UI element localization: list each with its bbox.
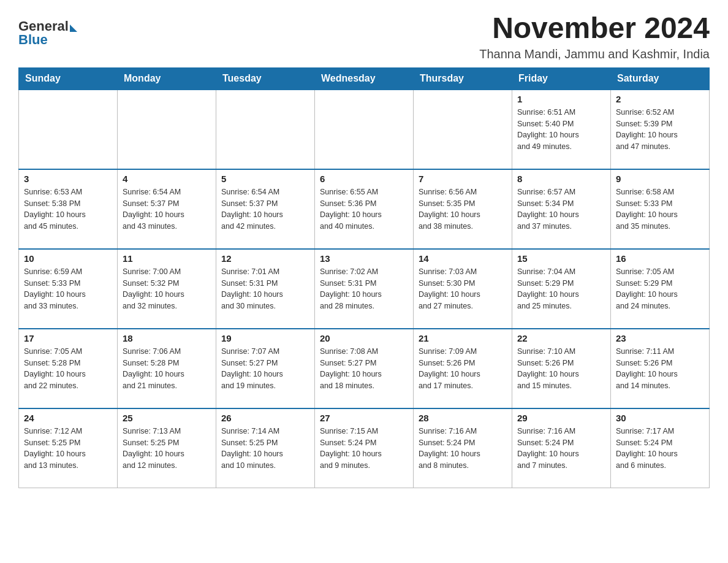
calendar-cell: 29Sunrise: 7:16 AM Sunset: 5:24 PM Dayli… <box>512 408 611 488</box>
calendar-cell: 20Sunrise: 7:08 AM Sunset: 5:27 PM Dayli… <box>315 329 414 408</box>
calendar-cell: 16Sunrise: 7:05 AM Sunset: 5:29 PM Dayli… <box>611 249 710 329</box>
calendar-cell: 3Sunrise: 6:53 AM Sunset: 5:38 PM Daylig… <box>19 169 118 249</box>
calendar-cell: 30Sunrise: 7:17 AM Sunset: 5:24 PM Dayli… <box>611 408 710 488</box>
calendar-cell: 21Sunrise: 7:09 AM Sunset: 5:26 PM Dayli… <box>414 329 512 408</box>
calendar-cell: 7Sunrise: 6:56 AM Sunset: 5:35 PM Daylig… <box>414 169 512 249</box>
logo-arrow-icon <box>70 25 77 32</box>
day-info: Sunrise: 6:52 AM Sunset: 5:39 PM Dayligh… <box>616 107 704 153</box>
calendar-cell <box>118 90 216 169</box>
calendar-cell: 28Sunrise: 7:16 AM Sunset: 5:24 PM Dayli… <box>414 408 512 488</box>
day-info: Sunrise: 7:09 AM Sunset: 5:26 PM Dayligh… <box>419 346 507 392</box>
calendar-cell <box>19 90 118 169</box>
day-number: 22 <box>517 333 605 343</box>
day-number: 12 <box>221 253 309 264</box>
day-number: 21 <box>419 333 507 343</box>
day-number: 8 <box>517 174 605 184</box>
day-number: 19 <box>221 333 309 343</box>
calendar-cell: 23Sunrise: 7:11 AM Sunset: 5:26 PM Dayli… <box>611 329 710 408</box>
day-number: 5 <box>221 174 309 184</box>
calendar-cell: 13Sunrise: 7:02 AM Sunset: 5:31 PM Dayli… <box>315 249 414 329</box>
day-number: 9 <box>616 174 704 184</box>
calendar-cell: 8Sunrise: 6:57 AM Sunset: 5:34 PM Daylig… <box>512 169 611 249</box>
day-number: 14 <box>419 253 507 264</box>
weekday-header-tuesday: Tuesday <box>216 67 315 90</box>
day-info: Sunrise: 7:05 AM Sunset: 5:29 PM Dayligh… <box>616 266 704 312</box>
day-info: Sunrise: 6:54 AM Sunset: 5:37 PM Dayligh… <box>123 186 211 232</box>
day-info: Sunrise: 7:06 AM Sunset: 5:28 PM Dayligh… <box>123 346 211 392</box>
day-info: Sunrise: 6:51 AM Sunset: 5:40 PM Dayligh… <box>517 107 605 153</box>
day-info: Sunrise: 7:02 AM Sunset: 5:31 PM Dayligh… <box>320 266 408 312</box>
day-number: 24 <box>24 413 112 423</box>
day-number: 13 <box>320 253 408 264</box>
day-number: 20 <box>320 333 408 343</box>
logo-blue-text: Blue <box>18 32 77 48</box>
day-info: Sunrise: 7:16 AM Sunset: 5:24 PM Dayligh… <box>517 426 605 472</box>
day-number: 16 <box>616 253 704 264</box>
weekday-header-sunday: Sunday <box>19 67 118 90</box>
day-info: Sunrise: 7:16 AM Sunset: 5:24 PM Dayligh… <box>419 426 507 472</box>
day-number: 6 <box>320 174 408 184</box>
day-info: Sunrise: 7:04 AM Sunset: 5:29 PM Dayligh… <box>517 266 605 312</box>
calendar-cell: 27Sunrise: 7:15 AM Sunset: 5:24 PM Dayli… <box>315 408 414 488</box>
day-number: 4 <box>123 174 211 184</box>
header: General Blue November 2024 Thanna Mandi,… <box>18 12 710 61</box>
day-info: Sunrise: 7:00 AM Sunset: 5:32 PM Dayligh… <box>123 266 211 312</box>
calendar-cell: 15Sunrise: 7:04 AM Sunset: 5:29 PM Dayli… <box>512 249 611 329</box>
day-info: Sunrise: 7:13 AM Sunset: 5:25 PM Dayligh… <box>123 426 211 472</box>
weekday-header-monday: Monday <box>118 67 216 90</box>
day-info: Sunrise: 7:03 AM Sunset: 5:30 PM Dayligh… <box>419 266 507 312</box>
day-info: Sunrise: 6:56 AM Sunset: 5:35 PM Dayligh… <box>419 186 507 232</box>
day-info: Sunrise: 6:55 AM Sunset: 5:36 PM Dayligh… <box>320 186 408 232</box>
weekday-header-saturday: Saturday <box>611 67 710 90</box>
week-row-2: 3Sunrise: 6:53 AM Sunset: 5:38 PM Daylig… <box>19 169 710 249</box>
day-number: 7 <box>419 174 507 184</box>
day-info: Sunrise: 7:05 AM Sunset: 5:28 PM Dayligh… <box>24 346 112 392</box>
day-info: Sunrise: 6:57 AM Sunset: 5:34 PM Dayligh… <box>517 186 605 232</box>
day-info: Sunrise: 7:10 AM Sunset: 5:26 PM Dayligh… <box>517 346 605 392</box>
calendar-cell: 17Sunrise: 7:05 AM Sunset: 5:28 PM Dayli… <box>19 329 118 408</box>
calendar-cell: 6Sunrise: 6:55 AM Sunset: 5:36 PM Daylig… <box>315 169 414 249</box>
logo: General Blue <box>18 18 77 48</box>
calendar-cell: 18Sunrise: 7:06 AM Sunset: 5:28 PM Dayli… <box>118 329 216 408</box>
calendar-cell: 12Sunrise: 7:01 AM Sunset: 5:31 PM Dayli… <box>216 249 315 329</box>
calendar-title: November 2024 <box>479 12 710 45</box>
weekday-header-wednesday: Wednesday <box>315 67 414 90</box>
week-row-3: 10Sunrise: 6:59 AM Sunset: 5:33 PM Dayli… <box>19 249 710 329</box>
day-number: 30 <box>616 413 704 423</box>
day-number: 29 <box>517 413 605 423</box>
calendar-cell <box>414 90 512 169</box>
day-number: 10 <box>24 253 112 264</box>
weekday-header-thursday: Thursday <box>414 67 512 90</box>
day-info: Sunrise: 7:11 AM Sunset: 5:26 PM Dayligh… <box>616 346 704 392</box>
calendar-cell <box>315 90 414 169</box>
day-info: Sunrise: 7:15 AM Sunset: 5:24 PM Dayligh… <box>320 426 408 472</box>
day-number: 11 <box>123 253 211 264</box>
day-number: 23 <box>616 333 704 343</box>
day-info: Sunrise: 6:53 AM Sunset: 5:38 PM Dayligh… <box>24 186 112 232</box>
week-row-1: 1Sunrise: 6:51 AM Sunset: 5:40 PM Daylig… <box>19 90 710 169</box>
day-info: Sunrise: 7:17 AM Sunset: 5:24 PM Dayligh… <box>616 426 704 472</box>
calendar-cell: 10Sunrise: 6:59 AM Sunset: 5:33 PM Dayli… <box>19 249 118 329</box>
day-info: Sunrise: 6:59 AM Sunset: 5:33 PM Dayligh… <box>24 266 112 312</box>
day-number: 26 <box>221 413 309 423</box>
calendar-cell: 11Sunrise: 7:00 AM Sunset: 5:32 PM Dayli… <box>118 249 216 329</box>
weekday-header-friday: Friday <box>512 67 611 90</box>
calendar-cell <box>216 90 315 169</box>
calendar-table: SundayMondayTuesdayWednesdayThursdayFrid… <box>18 67 710 489</box>
day-info: Sunrise: 6:58 AM Sunset: 5:33 PM Dayligh… <box>616 186 704 232</box>
calendar-cell: 14Sunrise: 7:03 AM Sunset: 5:30 PM Dayli… <box>414 249 512 329</box>
week-row-5: 24Sunrise: 7:12 AM Sunset: 5:25 PM Dayli… <box>19 408 710 488</box>
day-info: Sunrise: 7:12 AM Sunset: 5:25 PM Dayligh… <box>24 426 112 472</box>
day-info: Sunrise: 7:08 AM Sunset: 5:27 PM Dayligh… <box>320 346 408 392</box>
day-number: 2 <box>616 94 704 104</box>
title-area: November 2024 Thanna Mandi, Jammu and Ka… <box>479 12 710 61</box>
day-number: 3 <box>24 174 112 184</box>
day-number: 17 <box>24 333 112 343</box>
day-number: 1 <box>517 94 605 104</box>
day-number: 15 <box>517 253 605 264</box>
week-row-4: 17Sunrise: 7:05 AM Sunset: 5:28 PM Dayli… <box>19 329 710 408</box>
calendar-cell: 1Sunrise: 6:51 AM Sunset: 5:40 PM Daylig… <box>512 90 611 169</box>
calendar-cell: 19Sunrise: 7:07 AM Sunset: 5:27 PM Dayli… <box>216 329 315 408</box>
day-number: 27 <box>320 413 408 423</box>
day-info: Sunrise: 6:54 AM Sunset: 5:37 PM Dayligh… <box>221 186 309 232</box>
